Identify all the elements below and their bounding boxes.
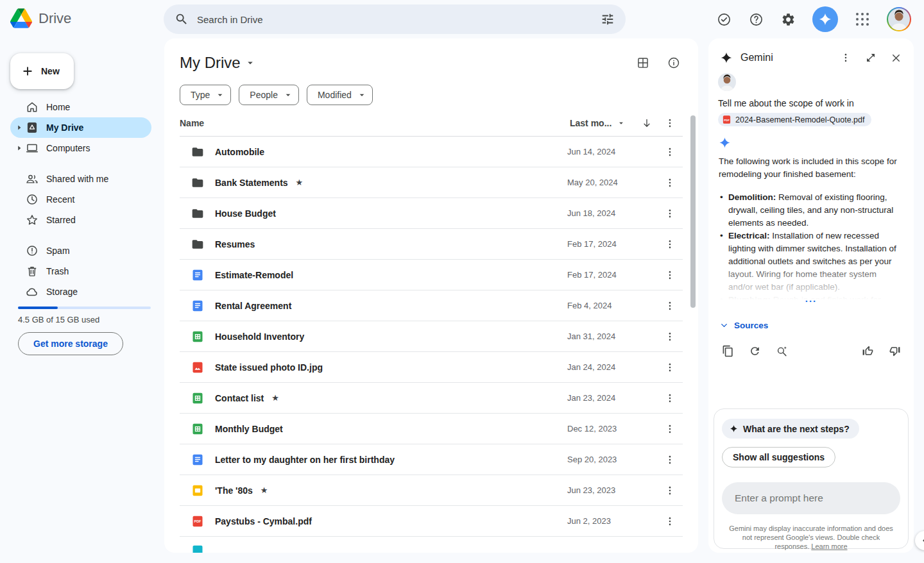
file-row-kebab[interactable] <box>662 483 678 498</box>
chevron-left-icon <box>920 535 924 546</box>
starred-icon: ★ <box>261 485 268 495</box>
copy-icon[interactable] <box>720 343 735 358</box>
file-row[interactable]: Bank Statements ★ May 20, 2024 <box>180 167 683 198</box>
file-type-icon <box>191 146 204 158</box>
file-row-kebab[interactable] <box>662 298 678 314</box>
name-column-header[interactable]: Name <box>180 118 204 128</box>
file-row[interactable]: Contact list ★ Jan 23, 2024 <box>180 383 683 414</box>
sources-toggle[interactable]: Sources <box>719 321 768 330</box>
file-name: Monthly Budget <box>215 424 283 434</box>
list-options-kebab[interactable] <box>662 115 678 131</box>
file-row[interactable]: PDF Paystubs - Cymbal.pdf ★ Jun 2, 2023 <box>180 506 683 537</box>
thumbs-up-icon[interactable] <box>860 343 875 358</box>
account-avatar[interactable] <box>887 7 911 31</box>
show-all-suggestions-button[interactable]: Show all suggestions <box>722 447 835 467</box>
file-row-kebab[interactable] <box>662 175 678 190</box>
close-icon[interactable] <box>888 50 903 65</box>
new-button[interactable]: New <box>10 53 74 89</box>
file-row-kebab[interactable] <box>662 329 678 344</box>
response-intro: The following work is included in this s… <box>719 155 903 181</box>
search-bar[interactable] <box>164 4 626 34</box>
get-more-storage-button[interactable]: Get more storage <box>18 332 123 355</box>
file-row[interactable]: Rental Agreement ★ Feb 4, 2024 <box>180 290 683 321</box>
expand-caret-icon[interactable] <box>14 122 24 133</box>
thumbs-down-icon[interactable] <box>887 343 902 358</box>
refine-search-icon[interactable] <box>774 343 789 358</box>
offline-status-icon[interactable] <box>716 12 732 27</box>
file-row[interactable]: House Budget ★ Jun 18, 2024 <box>180 198 683 229</box>
sidebar-item[interactable]: Starred <box>10 210 151 230</box>
filter-type[interactable]: Type <box>180 85 231 105</box>
nav-group-views: Shared with me Recent Starred <box>0 169 164 230</box>
spark-icon <box>730 424 738 433</box>
page-title-dropdown[interactable]: My Drive <box>180 54 256 72</box>
file-modified-date: Jan 31, 2024 <box>567 332 615 341</box>
file-row[interactable]: Estimate-Remodel ★ Feb 17, 2024 <box>180 260 683 290</box>
expand-caret-icon[interactable] <box>14 143 24 153</box>
file-row-kebab[interactable] <box>662 514 678 529</box>
file-row-kebab[interactable] <box>662 237 678 252</box>
file-row[interactable]: Resumes ★ Feb 17, 2024 <box>180 229 683 260</box>
sidebar-item-label: Spam <box>46 246 70 256</box>
filter-people-label: People <box>250 90 278 100</box>
sidebar-item-label: Home <box>46 102 70 112</box>
sort-direction-icon[interactable] <box>641 117 653 129</box>
file-row-kebab[interactable] <box>662 206 678 221</box>
gemini-button[interactable] <box>812 6 838 32</box>
show-more-dots[interactable]: ... <box>708 292 914 305</box>
sidebar-item[interactable]: Computers <box>10 138 151 158</box>
learn-more-link[interactable]: Learn more <box>811 542 847 550</box>
modified-column-header[interactable]: Last mo... <box>570 118 626 128</box>
sidebar-item[interactable]: My Drive <box>10 117 151 138</box>
gemini-prompt-input[interactable] <box>722 482 900 514</box>
settings-icon[interactable] <box>780 12 796 27</box>
grid-view-icon[interactable] <box>635 55 651 71</box>
file-row[interactable]: State issued photo ID.jpg ★ Jan 24, 2024 <box>180 352 683 383</box>
expand-panel-icon[interactable] <box>863 50 878 65</box>
sidebar-item[interactable]: Trash <box>10 261 151 282</box>
search-icon[interactable] <box>174 12 189 27</box>
file-name: Automobile <box>215 147 264 157</box>
filter-people[interactable]: People <box>239 85 299 105</box>
file-row-kebab[interactable] <box>662 267 678 283</box>
sidebar-item[interactable]: Recent <box>10 189 151 210</box>
file-row-kebab[interactable] <box>662 421 678 437</box>
sidebar-item-label: Storage <box>46 287 78 297</box>
gemini-menu-kebab[interactable] <box>838 50 853 65</box>
sidebar-item[interactable]: Spam <box>10 240 151 261</box>
file-row[interactable]: Household Inventory ★ Jan 31, 2024 <box>180 321 683 352</box>
suggestion-chip-label: What are the next steps? <box>743 424 850 434</box>
sidebar-item[interactable]: Shared with me <box>10 169 151 189</box>
file-modified-date: Jan 24, 2024 <box>567 362 615 372</box>
file-row[interactable]: 'The '80s ★ Jun 23, 2023 <box>180 475 683 506</box>
apps-grid-icon[interactable] <box>855 12 870 27</box>
file-attachment-chip[interactable]: PDF 2024-Basement-Remodel-Quote.pdf <box>718 113 871 126</box>
file-row-kebab[interactable] <box>662 144 678 160</box>
file-modified-date: Feb 17, 2024 <box>567 270 617 280</box>
sidebar-item-icon <box>26 142 38 155</box>
search-input[interactable] <box>197 14 592 25</box>
advanced-search-icon[interactable] <box>600 12 615 27</box>
file-row-kebab[interactable] <box>662 452 678 467</box>
gemini-spark-icon <box>720 51 733 64</box>
filter-modified[interactable]: Modified <box>307 85 373 105</box>
collapse-panel-button[interactable] <box>915 531 924 550</box>
scrollbar-thumb[interactable] <box>690 115 696 308</box>
drive-logo[interactable]: Drive <box>10 8 71 28</box>
sidebar-item-icon <box>26 101 38 113</box>
file-row[interactable]: Letter to my daughter on her first birth… <box>180 444 683 475</box>
svg-text:PDF: PDF <box>194 519 202 523</box>
help-icon[interactable] <box>748 12 764 27</box>
gemini-input-card: What are the next steps? Show all sugges… <box>714 408 909 549</box>
sidebar-item[interactable]: Storage <box>10 282 151 302</box>
file-row[interactable]: Automobile ★ Jun 14, 2024 <box>180 137 683 167</box>
nav-group-storage: Spam Trash Storage <box>0 240 164 302</box>
starred-icon: ★ <box>296 178 304 187</box>
file-row-kebab[interactable] <box>662 391 678 406</box>
file-row[interactable]: Monthly Budget ★ Dec 12, 2023 <box>180 414 683 444</box>
file-row-kebab[interactable] <box>662 360 678 375</box>
sidebar-item[interactable]: Home <box>10 97 151 117</box>
info-icon[interactable] <box>666 55 681 71</box>
suggestion-chip[interactable]: What are the next steps? <box>722 419 859 439</box>
regenerate-icon[interactable] <box>747 343 762 358</box>
